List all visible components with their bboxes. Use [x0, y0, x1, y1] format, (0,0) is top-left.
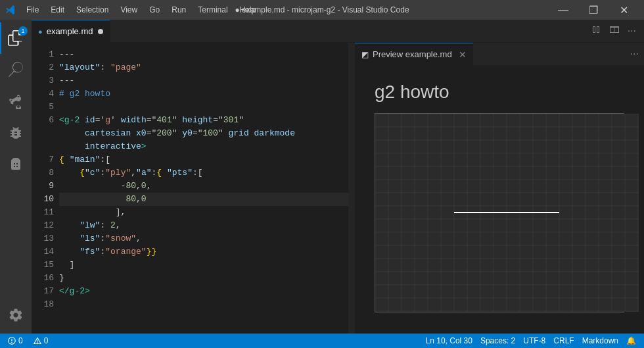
line-ending: CRLF: [553, 336, 574, 345]
activity-extensions[interactable]: [0, 149, 32, 180]
svg-point-2: [37, 342, 38, 343]
preview-title: g2 howto: [375, 82, 624, 103]
warning-count: 0: [44, 336, 49, 345]
g2-canvas-container: [375, 113, 624, 312]
preview-close-button[interactable]: ✕: [459, 49, 467, 60]
code-line-14: "fs":"orange"}}: [59, 245, 348, 259]
menu-view[interactable]: View: [115, 4, 143, 16]
explorer-badge: 1: [18, 26, 28, 36]
code-line-15: ]: [59, 259, 348, 272]
cursor-position: Ln 10, Col 30: [426, 336, 472, 345]
language-mode: Markdown: [582, 336, 618, 345]
minimize-button[interactable]: —: [548, 0, 578, 20]
error-count: 0: [18, 336, 23, 345]
titlebar: File Edit Selection View Go Run Terminal…: [0, 0, 644, 20]
svg-point-1: [11, 342, 12, 343]
preview-more-button[interactable]: ···: [630, 48, 639, 60]
maximize-button[interactable]: ❐: [578, 0, 609, 20]
tab-bar: ● example.md ···: [32, 20, 644, 43]
activity-debug[interactable]: [0, 117, 32, 149]
status-encoding[interactable]: UTF-8: [520, 336, 548, 345]
code-line-6a: <g-2 id='g' width="401" height="301": [59, 114, 348, 127]
code-line-5: [59, 101, 348, 114]
preview-actions: ···: [625, 43, 644, 65]
activity-explorer[interactable]: 1: [0, 22, 32, 54]
line-numbers: 1 2 3 4 5 6 7 8 9 10 11 12 13 14 15: [32, 43, 59, 334]
code-line-12: "lw": 2,: [59, 219, 348, 232]
tab-dirty-indicator: [98, 29, 103, 34]
layout-button[interactable]: [607, 23, 622, 39]
activity-settings[interactable]: [0, 302, 32, 334]
preview-content: g2 howto: [355, 66, 644, 334]
code-line-6b: cartesian x0="200" y0="100" grid darkmod…: [59, 127, 348, 140]
status-right: Ln 10, Col 30 Spaces: 2 UTF-8 CRLF Markd…: [423, 336, 639, 345]
preview-tab-icon: ◩: [361, 50, 369, 59]
status-warnings[interactable]: 0: [31, 336, 51, 345]
activity-search[interactable]: [0, 54, 32, 86]
code-line-18: [59, 298, 348, 311]
menu-go[interactable]: Go: [144, 4, 165, 16]
code-line-11: ],: [59, 206, 348, 219]
feedback-icon: 🔔: [626, 336, 636, 345]
activity-bar: 1: [0, 20, 32, 334]
more-actions-button[interactable]: ···: [625, 24, 639, 38]
indentation: Spaces: 2: [480, 336, 515, 345]
titlebar-menu: File Edit Selection View Go Run Terminal…: [21, 4, 261, 16]
preview-tab-bar: ◩ Preview example.md ✕ ···: [355, 43, 644, 66]
titlebar-left: File Edit Selection View Go Run Terminal…: [5, 4, 261, 16]
status-bar: 0 0 Ln 10, Col 30 Spaces: 2 UTF-8 CRLF M…: [0, 334, 644, 348]
close-button[interactable]: ✕: [609, 0, 639, 20]
code-editor[interactable]: 1 2 3 4 5 6 7 8 9 10 11 12 13 14 15: [32, 43, 355, 334]
status-spaces[interactable]: Spaces: 2: [478, 336, 518, 345]
main-container: 1: [0, 20, 644, 334]
code-line-6c: interactive>: [59, 140, 348, 153]
menu-terminal[interactable]: Terminal: [193, 4, 233, 16]
menu-edit[interactable]: Edit: [45, 4, 70, 16]
code-line-7: { "main":[: [59, 153, 348, 166]
titlebar-controls: — ❐ ✕: [548, 0, 639, 20]
code-line-1: ---: [59, 48, 348, 61]
menu-file[interactable]: File: [21, 4, 44, 16]
code-line-8: {"c":"ply","a":{ "pts":[: [59, 166, 348, 180]
code-line-16: }: [59, 272, 348, 285]
status-position[interactable]: Ln 10, Col 30: [423, 336, 475, 345]
split-editor-button[interactable]: [588, 23, 604, 39]
tab-file-icon: ●: [38, 28, 43, 36]
code-line-3: ---: [59, 74, 348, 87]
code-line-4: # g2 howto: [59, 87, 348, 101]
status-left: 0 0: [5, 336, 51, 345]
tab-example-md[interactable]: ● example.md: [32, 20, 110, 42]
preview-tab-label: Preview example.md: [373, 49, 452, 59]
editor-scrollbar[interactable]: [348, 43, 355, 334]
status-line-ending[interactable]: CRLF: [551, 336, 576, 345]
file-encoding: UTF-8: [523, 336, 545, 345]
preview-panel: ◩ Preview example.md ✕ ··· g2 howto: [355, 43, 644, 334]
preview-tab[interactable]: ◩ Preview example.md ✕: [355, 43, 473, 65]
code-line-10: 80,0: [59, 193, 348, 206]
tab-label: example.md: [47, 26, 93, 36]
menu-selection[interactable]: Selection: [71, 4, 114, 16]
window-title: ● example.md - microjam-g2 - Visual Stud…: [235, 5, 409, 14]
status-errors[interactable]: 0: [5, 336, 26, 345]
code-line-17: </g-2>: [59, 285, 348, 298]
tab-bar-actions: ···: [583, 20, 644, 42]
editor-area: ● example.md ···: [32, 20, 644, 334]
code-line-13: "ls":"snow",: [59, 232, 348, 245]
status-language[interactable]: Markdown: [580, 336, 621, 345]
code-line-2: "layout": "page": [59, 61, 348, 74]
activity-source-control[interactable]: [0, 86, 32, 117]
editor-split: 1 2 3 4 5 6 7 8 9 10 11 12 13 14 15: [32, 43, 644, 334]
vscode-logo: [5, 5, 16, 15]
code-content[interactable]: --- "layout": "page" --- # g2 howto <g-2…: [59, 43, 348, 334]
g2-canvas: [375, 114, 639, 312]
menu-run[interactable]: Run: [166, 4, 191, 16]
status-feedback[interactable]: 🔔: [624, 336, 639, 345]
code-line-9: -80,0,: [59, 180, 348, 193]
